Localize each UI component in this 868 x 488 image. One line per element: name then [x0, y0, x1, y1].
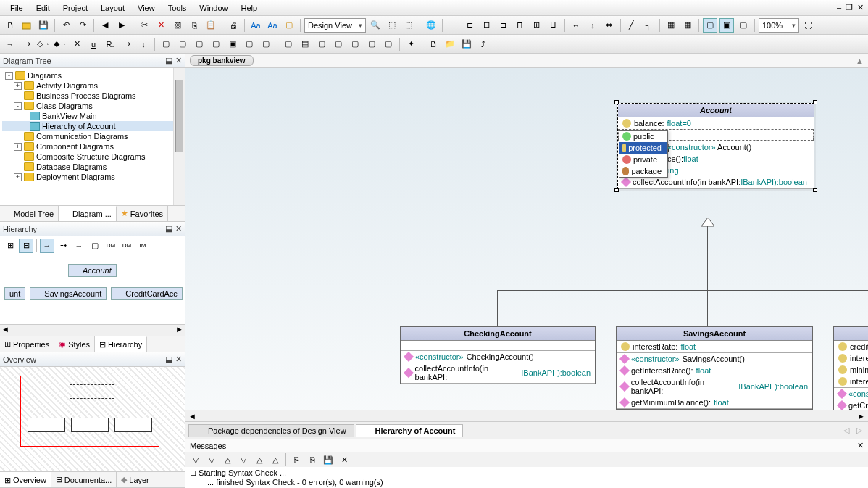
menu-window[interactable]: Window — [193, 2, 233, 14]
class-credit[interactable]: CreditCardAccount creditLimit:float inte… — [833, 326, 868, 421]
g5-icon[interactable]: ▢ — [348, 37, 362, 51]
find-element-icon[interactable]: 🔍 — [368, 18, 383, 33]
tab-properties[interactable]: ⊞Properties — [0, 336, 54, 352]
tab-hierarchy-account[interactable]: Hierarchy of Account — [356, 424, 464, 437]
g1-icon[interactable]: ▢ — [281, 37, 296, 51]
tab-diagram-tree[interactable]: Diagram ... — [59, 206, 117, 221]
msg-nav-3[interactable]: △ — [220, 452, 235, 467]
tab-overview[interactable]: ⊞Overview — [0, 472, 51, 487]
class-account[interactable]: Account balance:float=0 public protected… — [617, 103, 814, 189]
h-tool-8[interactable]: DM — [120, 239, 134, 253]
folder-icon[interactable]: 📁 — [443, 37, 457, 51]
view-combo[interactable]: Design View — [304, 18, 366, 33]
g6-icon[interactable]: ▢ — [364, 37, 379, 51]
tree-scrollbar[interactable] — [173, 68, 185, 205]
line-straight-icon[interactable]: ╱ — [625, 18, 639, 33]
align-right-icon[interactable]: ⊐ — [496, 18, 511, 33]
h-tool-3[interactable]: → — [40, 239, 54, 253]
h-tool-9[interactable]: IM — [135, 239, 150, 253]
frame2-icon[interactable]: ▣ — [225, 37, 240, 51]
h-tool-2[interactable]: ⊟ — [19, 239, 33, 253]
r-icon[interactable]: R. — [103, 37, 117, 51]
open-icon[interactable] — [20, 18, 34, 33]
comp-icon[interactable]: ◆→ — [53, 37, 67, 51]
msg-nav-4[interactable]: ▽ — [236, 452, 251, 467]
line-ortho-icon[interactable]: ┐ — [641, 18, 656, 33]
msg-save-icon[interactable]: 💾 — [321, 452, 335, 467]
messages-close-icon[interactable]: ✕ — [857, 441, 864, 450]
msg-nav-5[interactable]: △ — [252, 452, 267, 467]
visibility-dropdown[interactable]: public protected private package — [619, 130, 668, 178]
pin-icon[interactable]: ⬓ — [165, 56, 172, 65]
tab-layer[interactable]: ◆Layer — [117, 472, 154, 487]
close-panel-icon[interactable]: ✕ — [175, 56, 182, 65]
close-panel-icon[interactable]: ✕ — [175, 355, 182, 364]
msg-clear-icon[interactable]: ✕ — [337, 452, 351, 467]
h-tool-5[interactable]: → — [72, 239, 86, 253]
close-icon[interactable]: ✕ — [857, 3, 864, 12]
menu-view[interactable]: View — [132, 2, 161, 14]
menu-help[interactable]: Help — [235, 2, 264, 14]
replace-icon[interactable]: Aa — [265, 18, 280, 33]
delete-icon[interactable]: ✕ — [154, 18, 168, 33]
minimize-icon[interactable]: – — [837, 3, 841, 12]
align-bottom-icon[interactable]: ⊔ — [546, 18, 561, 33]
print-icon[interactable]: 🖨 — [226, 18, 241, 33]
view-mode-1-icon[interactable]: ▢ — [703, 18, 717, 33]
fit-icon[interactable]: ⛶ — [801, 18, 816, 33]
tabs-prev-icon[interactable]: ◁ — [840, 426, 852, 435]
msg-paste-icon[interactable]: ⎘ — [305, 452, 320, 467]
agg-icon[interactable]: ◇→ — [36, 37, 51, 51]
scroll-right-icon[interactable]: ► — [175, 325, 183, 336]
dep-icon[interactable]: ⇢ — [120, 37, 134, 51]
align-left-icon[interactable]: ⊏ — [463, 18, 477, 33]
constraint-icon[interactable]: ▢ — [192, 37, 206, 51]
tb-icon-2[interactable]: ⬚ — [385, 18, 399, 33]
redo-icon[interactable]: ↷ — [75, 18, 90, 33]
tb2-icon-1[interactable]: ↓ — [136, 37, 151, 51]
g3-icon[interactable]: ▢ — [314, 37, 329, 51]
close-panel-icon[interactable]: ✕ — [175, 224, 182, 233]
g2-icon[interactable]: ▤ — [298, 37, 312, 51]
tab-hierarchy[interactable]: ⊟Hierarchy — [95, 336, 147, 352]
msg-nav-1[interactable]: ▽ — [188, 452, 203, 467]
class-checking[interactable]: CheckingAccount «constructor» CheckingAc… — [400, 326, 596, 384]
hierarchy-view[interactable]: Account unt SavingsAccount CreditCardAcc… — [0, 255, 185, 336]
file-new-icon[interactable]: 🗋 — [426, 37, 441, 51]
underline-icon[interactable]: u — [86, 37, 101, 51]
find-icon[interactable]: Aa — [249, 18, 263, 33]
tab-pkg-dep[interactable]: Package dependencies of Design View — [188, 424, 354, 437]
tab-favorites[interactable]: ★Favorites — [117, 206, 168, 221]
dashed-arrow-icon[interactable]: ⇢ — [20, 37, 34, 51]
space-h-icon[interactable]: ↔ — [569, 18, 583, 33]
canvas-package-tab[interactable]: pkg bankview — [190, 55, 254, 66]
exit-icon[interactable]: ⤴ — [476, 37, 491, 51]
tab-styles[interactable]: ◉Styles — [54, 336, 95, 352]
menu-tools[interactable]: Tools — [162, 2, 193, 14]
h-node-account[interactable]: Account — [68, 264, 116, 277]
snap-icon[interactable]: ▦ — [680, 18, 695, 33]
undo-icon[interactable]: ↶ — [59, 18, 73, 33]
align-top-icon[interactable]: ⊓ — [513, 18, 527, 33]
pin-icon[interactable]: ⬓ — [165, 224, 172, 233]
paste-icon[interactable]: 📋 — [204, 18, 218, 33]
save-icon[interactable]: 💾 — [36, 18, 51, 33]
tb-icon-1[interactable]: ▧ — [170, 18, 185, 33]
note-icon[interactable]: ▢ — [159, 37, 173, 51]
h-tool-7[interactable]: DM — [104, 239, 118, 253]
prev-icon[interactable]: ◀ — [98, 18, 112, 33]
grid-icon[interactable]: ▦ — [664, 18, 678, 33]
globe-icon[interactable]: 🌐 — [424, 18, 438, 33]
space-v-icon[interactable]: ↕ — [585, 18, 600, 33]
restore-icon[interactable]: ❐ — [846, 3, 853, 12]
attach-icon[interactable]: ▢ — [175, 37, 190, 51]
scroll-left-icon[interactable]: ◄ — [1, 325, 9, 336]
tabs-next-icon[interactable]: ▷ — [854, 426, 865, 435]
cut-icon[interactable]: ✂ — [137, 18, 151, 33]
tab-model-tree[interactable]: Model Tree — [0, 206, 59, 221]
distribute-icon[interactable]: ⇔ — [602, 18, 617, 33]
frame3-icon[interactable]: ▢ — [242, 37, 256, 51]
tb-icon-3[interactable]: ⬚ — [401, 18, 416, 33]
overview-canvas[interactable] — [0, 367, 185, 471]
highlight-icon[interactable]: ▢ — [282, 18, 296, 33]
